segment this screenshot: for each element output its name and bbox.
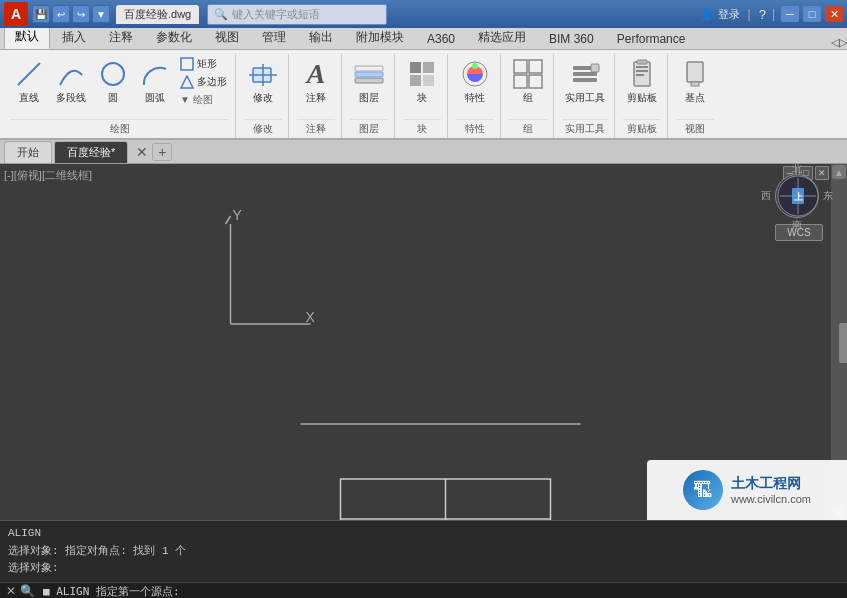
view-group-label: 视图 [676,119,714,136]
main-area: [-][俯视][二维线框] ─ □ ✕ Y X 指定第一个源点: 94.832 … [0,164,847,520]
properties-label: 特性 [465,92,485,104]
close-btn[interactable]: ✕ [825,6,843,22]
tab-performance[interactable]: Performance [606,28,697,49]
clipboard-label: 剪贴板 [627,92,657,104]
cmd-search-icon[interactable]: 🔍 [20,584,35,598]
watermark: 🏗 土木工程网 www.civilcn.com [647,460,847,520]
svg-rect-29 [687,62,703,82]
search-box[interactable]: 🔍 键入关键字或短语 [207,4,387,25]
block-label: 块 [417,92,427,104]
viewport[interactable]: [-][俯视][二维线框] ─ □ ✕ Y X 指定第一个源点: 94.832 … [0,164,847,520]
ribbon-group-annotation: A 注释 注释 [291,54,342,138]
doc-tab-add[interactable]: + [152,143,172,161]
modify-label: 修改 [253,92,273,104]
utilities-icon [569,58,601,90]
properties-icon [459,58,491,90]
modify-tools: 修改 [244,56,282,119]
svg-rect-21 [573,72,597,76]
ribbon-group-layers: 图层 图层 [344,54,395,138]
properties-tools: 特性 [456,56,494,119]
tool-utilities[interactable]: 实用工具 [562,56,608,106]
quick-menu-btn[interactable]: ▼ [92,5,110,23]
doc-tab-close[interactable]: ✕ [132,144,152,160]
svg-text:X: X [306,309,316,325]
tab-bim360[interactable]: BIM 360 [538,28,605,49]
tool-arc[interactable]: 圆弧 [136,56,174,106]
doc-tab-start[interactable]: 开始 [4,141,52,163]
ribbon-tabs: 默认 插入 注释 参数化 视图 管理 输出 附加模块 A360 精选应用 BIM… [0,28,847,50]
ribbon-group-utilities: 实用工具 实用工具 [556,54,615,138]
ribbon-group-groups: 组 组 [503,54,554,138]
groups-label: 组 [523,92,533,104]
annotation-group-label: 注释 [297,119,335,136]
tab-addons[interactable]: 附加模块 [345,25,415,49]
svg-rect-7 [355,78,383,83]
tab-featured[interactable]: 精选应用 [467,25,537,49]
utilities-tools: 实用工具 [562,56,608,119]
clipboard-group-label: 剪贴板 [623,119,661,136]
svg-rect-23 [591,64,599,72]
tool-clipboard[interactable]: 剪贴板 [623,56,661,106]
tool-modify[interactable]: 修改 [244,56,282,106]
tool-polyline[interactable]: 多段线 [52,56,90,106]
compass-west: 西 [761,189,771,203]
command-output: ALIGN 选择对象: 指定对角点: 找到 1 个 选择对象: [0,521,847,582]
groups-group-label: 组 [509,119,547,136]
svg-rect-9 [355,66,383,71]
tool-annotation[interactable]: A 注释 [297,56,335,106]
svg-rect-18 [514,75,527,88]
help-icon[interactable]: ? [759,7,766,22]
line-icon [13,58,45,90]
tool-circle[interactable]: 圆 [94,56,132,106]
ribbon-collapse[interactable]: ◁▷ [831,36,847,49]
draw-dropdown[interactable]: ▼ 绘图 [178,92,229,108]
layers-icon [353,58,385,90]
circle-icon [97,58,129,90]
tab-parametric[interactable]: 参数化 [145,25,203,49]
ribbon-group-modify: 修改 修改 [238,54,289,138]
quick-undo-btn[interactable]: ↩ [52,5,70,23]
svg-point-1 [102,63,124,85]
minimize-btn[interactable]: ─ [781,6,799,22]
watermark-logo: 🏗 [683,470,723,510]
scroll-thumb[interactable] [839,323,847,363]
annotation-icon: A [300,58,332,90]
tab-insert[interactable]: 插入 [51,25,97,49]
view-tools: 基点 [676,56,714,119]
draw-more-1[interactable]: 矩形 [178,56,229,72]
tool-base[interactable]: 基点 [676,56,714,106]
tab-view[interactable]: 视图 [204,25,250,49]
tab-manage[interactable]: 管理 [251,25,297,49]
draw-more-2[interactable]: 多边形 [178,74,229,90]
maximize-btn[interactable]: □ [803,6,821,22]
quick-save-btn[interactable]: 💾 [32,5,50,23]
properties-group-label: 特性 [456,119,494,136]
tab-a360[interactable]: A360 [416,28,466,49]
compass-north: 北 [792,164,802,176]
tab-annotate[interactable]: 注释 [98,25,144,49]
login-label[interactable]: 登录 [718,7,740,22]
tool-groups[interactable]: 组 [509,56,547,106]
tool-block[interactable]: 块 [403,56,441,106]
command-line-3: 选择对象: [8,560,839,578]
doc-tab-current[interactable]: 百度经验* [54,141,128,163]
tab-output[interactable]: 输出 [298,25,344,49]
svg-rect-27 [636,74,644,76]
command-line-1: ALIGN [8,525,839,543]
ribbon-content: 直线 多段线 圆 圆弧 [0,50,847,140]
cmd-close-icon[interactable]: ✕ [6,584,16,598]
ribbon-group-view: 基点 视图 [670,54,720,138]
layers-label: 图层 [359,92,379,104]
command-input-row: ✕ 🔍 ■ ALIGN 指定第一个源点: [0,582,847,598]
title-buttons-left: 💾 ↩ ↪ ▼ [32,5,110,23]
tool-line[interactable]: 直线 [10,56,48,106]
svg-rect-10 [410,62,421,73]
scroll-up[interactable]: ▲ [832,165,846,179]
quick-redo-btn[interactable]: ↪ [72,5,90,23]
command-input[interactable] [180,585,841,597]
file-name: 百度经验.dwg [116,5,199,24]
svg-rect-13 [423,75,434,86]
annotation-label: 注释 [306,92,326,104]
tool-layers[interactable]: 图层 [350,56,388,106]
tool-properties[interactable]: 特性 [456,56,494,106]
